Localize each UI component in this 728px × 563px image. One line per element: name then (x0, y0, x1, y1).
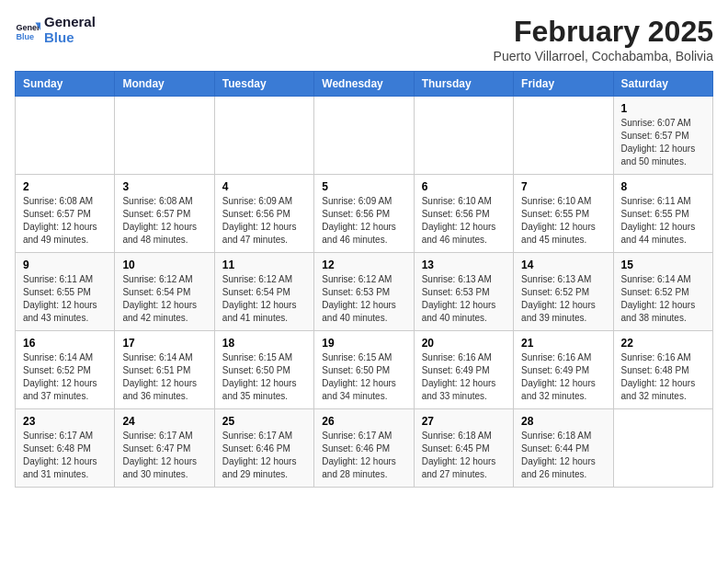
day-info: Sunrise: 6:18 AM Sunset: 6:45 PM Dayligh… (422, 430, 506, 481)
calendar-table: SundayMondayTuesdayWednesdayThursdayFrid… (15, 71, 713, 488)
day-number: 10 (122, 259, 206, 271)
day-info: Sunrise: 6:12 AM Sunset: 6:54 PM Dayligh… (122, 273, 206, 325)
logo-icon: General Blue (15, 17, 40, 43)
day-info: Sunrise: 6:14 AM Sunset: 6:51 PM Dayligh… (122, 351, 206, 403)
calendar-cell: 13Sunrise: 6:13 AM Sunset: 6:53 PM Dayli… (414, 253, 513, 331)
calendar-cell: 27Sunrise: 6:18 AM Sunset: 6:45 PM Dayli… (414, 409, 513, 488)
title-area: February 2025 Puerto Villarroel, Cochaba… (494, 15, 713, 63)
day-number: 11 (222, 259, 306, 271)
day-number: 4 (222, 180, 306, 193)
day-info: Sunrise: 6:17 AM Sunset: 6:47 PM Dayligh… (122, 430, 206, 481)
calendar-cell: 28Sunrise: 6:18 AM Sunset: 6:44 PM Dayli… (514, 409, 613, 488)
day-number: 8 (621, 180, 705, 193)
calendar-cell: 25Sunrise: 6:17 AM Sunset: 6:46 PM Dayli… (214, 409, 313, 488)
calendar-cell: 9Sunrise: 6:11 AM Sunset: 6:55 PM Daylig… (16, 253, 115, 331)
day-number: 22 (621, 337, 705, 350)
calendar-cell: 6Sunrise: 6:10 AM Sunset: 6:56 PM Daylig… (414, 175, 513, 253)
calendar-cell: 4Sunrise: 6:09 AM Sunset: 6:56 PM Daylig… (214, 175, 313, 253)
day-header-thursday: Thursday (414, 72, 513, 97)
day-number: 1 (621, 102, 705, 115)
day-header-sunday: Sunday (16, 72, 115, 97)
logo-line2: Blue (44, 30, 96, 46)
calendar-cell: 8Sunrise: 6:11 AM Sunset: 6:55 PM Daylig… (613, 175, 712, 253)
day-info: Sunrise: 6:16 AM Sunset: 6:49 PM Dayligh… (521, 351, 605, 403)
calendar-cell: 15Sunrise: 6:14 AM Sunset: 6:52 PM Dayli… (613, 253, 712, 331)
calendar-cell: 10Sunrise: 6:12 AM Sunset: 6:54 PM Dayli… (115, 253, 214, 331)
day-info: Sunrise: 6:08 AM Sunset: 6:57 PM Dayligh… (23, 195, 107, 247)
day-number: 16 (23, 337, 107, 350)
day-number: 20 (422, 337, 506, 350)
calendar-cell: 17Sunrise: 6:14 AM Sunset: 6:51 PM Dayli… (115, 331, 214, 409)
day-info: Sunrise: 6:11 AM Sunset: 6:55 PM Dayligh… (621, 195, 705, 247)
day-header-saturday: Saturday (613, 72, 712, 97)
day-info: Sunrise: 6:12 AM Sunset: 6:54 PM Dayligh… (222, 273, 306, 325)
day-number: 7 (521, 180, 605, 193)
calendar-cell: 11Sunrise: 6:12 AM Sunset: 6:54 PM Dayli… (214, 253, 313, 331)
day-number: 19 (322, 337, 405, 350)
day-info: Sunrise: 6:10 AM Sunset: 6:56 PM Dayligh… (422, 195, 506, 247)
day-info: Sunrise: 6:17 AM Sunset: 6:46 PM Dayligh… (222, 430, 306, 481)
calendar-cell: 21Sunrise: 6:16 AM Sunset: 6:49 PM Dayli… (514, 331, 613, 409)
day-number: 13 (422, 259, 506, 271)
day-number: 14 (521, 259, 605, 271)
day-info: Sunrise: 6:14 AM Sunset: 6:52 PM Dayligh… (23, 351, 107, 403)
day-info: Sunrise: 6:17 AM Sunset: 6:48 PM Dayligh… (23, 430, 107, 481)
day-header-wednesday: Wednesday (314, 72, 414, 97)
day-header-tuesday: Tuesday (214, 72, 313, 97)
day-number: 25 (222, 415, 306, 428)
day-number: 24 (122, 415, 206, 428)
day-header-monday: Monday (115, 72, 214, 97)
day-number: 15 (621, 259, 705, 271)
calendar-cell: 22Sunrise: 6:16 AM Sunset: 6:48 PM Dayli… (613, 331, 712, 409)
day-number: 21 (521, 337, 605, 350)
calendar-cell (214, 97, 313, 175)
day-number: 5 (322, 180, 405, 193)
day-info: Sunrise: 6:09 AM Sunset: 6:56 PM Dayligh… (222, 195, 306, 247)
day-info: Sunrise: 6:17 AM Sunset: 6:46 PM Dayligh… (322, 430, 405, 481)
header: General Blue General Blue February 2025 … (15, 15, 713, 63)
day-info: Sunrise: 6:15 AM Sunset: 6:50 PM Dayligh… (322, 351, 405, 403)
calendar-cell: 1Sunrise: 6:07 AM Sunset: 6:57 PM Daylig… (613, 97, 712, 175)
day-number: 26 (322, 415, 405, 428)
svg-text:Blue: Blue (16, 31, 34, 40)
calendar-cell: 7Sunrise: 6:10 AM Sunset: 6:55 PM Daylig… (514, 175, 613, 253)
calendar-cell: 16Sunrise: 6:14 AM Sunset: 6:52 PM Dayli… (16, 331, 115, 409)
calendar-cell: 18Sunrise: 6:15 AM Sunset: 6:50 PM Dayli… (214, 331, 313, 409)
logo-line1: General (44, 15, 96, 30)
calendar-cell (314, 97, 414, 175)
calendar-cell: 26Sunrise: 6:17 AM Sunset: 6:46 PM Dayli… (314, 409, 414, 488)
day-info: Sunrise: 6:18 AM Sunset: 6:44 PM Dayligh… (521, 430, 605, 481)
calendar-cell: 19Sunrise: 6:15 AM Sunset: 6:50 PM Dayli… (314, 331, 414, 409)
calendar-cell (115, 97, 214, 175)
day-info: Sunrise: 6:08 AM Sunset: 6:57 PM Dayligh… (122, 195, 206, 247)
day-info: Sunrise: 6:12 AM Sunset: 6:53 PM Dayligh… (322, 273, 405, 325)
calendar-cell (613, 409, 712, 488)
day-number: 17 (122, 337, 206, 350)
day-number: 18 (222, 337, 306, 350)
location-title: Puerto Villarroel, Cochabamba, Bolivia (494, 49, 713, 63)
calendar-cell: 23Sunrise: 6:17 AM Sunset: 6:48 PM Dayli… (16, 409, 115, 488)
calendar-cell (514, 97, 613, 175)
calendar-cell: 5Sunrise: 6:09 AM Sunset: 6:56 PM Daylig… (314, 175, 414, 253)
day-number: 6 (422, 180, 506, 193)
day-number: 23 (23, 415, 107, 428)
month-title: February 2025 (494, 15, 713, 49)
day-number: 12 (322, 259, 405, 271)
calendar-cell (16, 97, 115, 175)
day-info: Sunrise: 6:15 AM Sunset: 6:50 PM Dayligh… (222, 351, 306, 403)
day-info: Sunrise: 6:13 AM Sunset: 6:53 PM Dayligh… (422, 273, 506, 325)
day-info: Sunrise: 6:09 AM Sunset: 6:56 PM Dayligh… (322, 195, 405, 247)
day-info: Sunrise: 6:13 AM Sunset: 6:52 PM Dayligh… (521, 273, 605, 325)
calendar-cell: 14Sunrise: 6:13 AM Sunset: 6:52 PM Dayli… (514, 253, 613, 331)
day-info: Sunrise: 6:07 AM Sunset: 6:57 PM Dayligh… (621, 117, 705, 168)
day-number: 28 (521, 415, 605, 428)
day-info: Sunrise: 6:10 AM Sunset: 6:55 PM Dayligh… (521, 195, 605, 247)
day-info: Sunrise: 6:11 AM Sunset: 6:55 PM Dayligh… (23, 273, 107, 325)
day-header-friday: Friday (514, 72, 613, 97)
day-number: 9 (23, 259, 107, 271)
calendar-cell: 3Sunrise: 6:08 AM Sunset: 6:57 PM Daylig… (115, 175, 214, 253)
day-info: Sunrise: 6:16 AM Sunset: 6:48 PM Dayligh… (621, 351, 705, 403)
calendar-cell (414, 97, 513, 175)
calendar-cell: 2Sunrise: 6:08 AM Sunset: 6:57 PM Daylig… (16, 175, 115, 253)
calendar-cell: 20Sunrise: 6:16 AM Sunset: 6:49 PM Dayli… (414, 331, 513, 409)
